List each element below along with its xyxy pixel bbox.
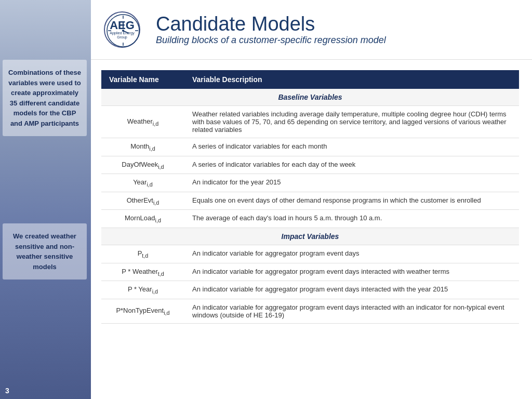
variables-table: Variable Name Variable Description Basel…	[101, 70, 519, 324]
desc-year: An indicator for the year 2015	[184, 174, 519, 192]
header-titles: Candidate Models Building blocks of a cu…	[156, 14, 386, 46]
var-otherevt: OtherEvti,d	[101, 192, 184, 210]
desc-otherevt: Equals one on event days of other demand…	[184, 192, 519, 210]
table-row: P * Yeari,d An indicator variable for ag…	[101, 281, 519, 299]
desc-p-year: An indicator variable for aggregator pro…	[184, 281, 519, 299]
sidebar-box-1: Combinations of these variables were use…	[3, 60, 87, 136]
section-impact-header: Impact Variables	[101, 228, 519, 245]
var-p-year: P * Yeari,d	[101, 281, 184, 299]
desc-p-nontypevent: An indicator variable for aggregator pro…	[184, 299, 519, 323]
desc-p-weather: An indicator variable for aggregator pro…	[184, 263, 519, 281]
section-impact-label: Impact Variables	[101, 228, 519, 245]
svg-point-7	[122, 30, 124, 32]
table-row: OtherEvti,d Equals one on event days of …	[101, 192, 519, 210]
var-mornload: MornLoadi,d	[101, 210, 184, 228]
var-year: Yeari,d	[101, 174, 184, 192]
desc-dayofweek: A series of indicator variables for each…	[184, 156, 519, 174]
table-header-row: Variable Name Variable Description	[101, 70, 519, 89]
table-row: DayOfWeeki,d A series of indicator varia…	[101, 156, 519, 174]
desc-mornload: The average of each day's load in hours …	[184, 210, 519, 228]
section-baseline-header: Baseline Variables	[101, 89, 519, 106]
col-header-description: Variable Description	[184, 70, 519, 89]
logo: AEG Applied Energy Group	[104, 11, 140, 48]
var-p-weather: P * Weathert,d	[101, 263, 184, 281]
var-month: Monthi,d	[101, 138, 184, 156]
table-row: Monthi,d A series of indicator variables…	[101, 138, 519, 156]
table-row: MornLoadi,d The average of each day's lo…	[101, 210, 519, 228]
logo-area: AEG Applied Energy Group	[104, 11, 140, 48]
var-weather: Weatheri,d	[101, 106, 184, 138]
var-p: Pt,d	[101, 245, 184, 263]
col-header-variable: Variable Name	[101, 70, 184, 89]
sidebar-text-2: We created weather sensitive and non-wea…	[13, 232, 76, 271]
sidebar-text-1: Combinations of these variables were use…	[8, 69, 81, 127]
sidebar-box-2: We created weather sensitive and non-wea…	[3, 223, 87, 280]
table-row: Pt,d An indicator variable for aggregato…	[101, 245, 519, 263]
page-subtitle: Building blocks of a customer-specific r…	[156, 35, 386, 46]
table-row: P * Weathert,d An indicator variable for…	[101, 263, 519, 281]
table-row: P*NonTypEventi,d An indicator variable f…	[101, 299, 519, 323]
main-content: Variable Name Variable Description Basel…	[91, 60, 532, 399]
page-number: 3	[5, 387, 9, 395]
var-p-nontypevent: P*NonTypEventi,d	[101, 299, 184, 323]
page-title: Candidate Models	[156, 14, 386, 35]
table-row: Yeari,d An indicator for the year 2015	[101, 174, 519, 192]
section-baseline-label: Baseline Variables	[101, 89, 519, 106]
clock-svg	[106, 14, 140, 48]
left-sidebar: Combinations of these variables were use…	[0, 0, 91, 399]
table-row: Weatheri,d Weather related variables inc…	[101, 106, 519, 138]
page-header: AEG Applied Energy Group Candidate Model…	[91, 0, 532, 60]
desc-weather: Weather related variables including aver…	[184, 106, 519, 138]
desc-p: An indicator variable for aggregator pro…	[184, 245, 519, 263]
var-dayofweek: DayOfWeeki,d	[101, 156, 184, 174]
desc-month: A series of indicator variables for each…	[184, 138, 519, 156]
